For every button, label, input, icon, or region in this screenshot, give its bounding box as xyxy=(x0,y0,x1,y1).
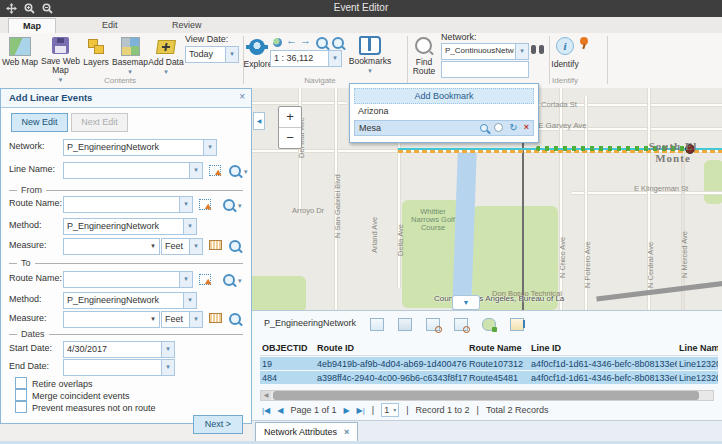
merge-coincident-option[interactable]: Merge coincident events xyxy=(15,389,130,401)
web-map-icon[interactable] xyxy=(9,37,31,58)
first-page-icon[interactable]: |◀ xyxy=(262,406,270,415)
dropdown-caret-icon[interactable]: ▾ xyxy=(203,140,216,155)
zoom-to-line-icon[interactable] xyxy=(229,165,241,179)
map-scale-input[interactable]: 1 : 36,112 ▾ xyxy=(270,50,342,67)
to-unit-select[interactable]: Feet ▾ xyxy=(161,311,203,328)
table-row[interactable]: 19 4eb9419b-af9b-4d04-ab69-1d400476802b … xyxy=(260,357,718,370)
basemap-icon[interactable] xyxy=(121,37,140,58)
add-data-caret-icon[interactable]: ▾ xyxy=(142,68,190,75)
column-header[interactable]: Route ID xyxy=(315,343,467,353)
page-number-select[interactable]: 1 ▾ xyxy=(381,403,399,417)
new-edit-button[interactable]: New Edit xyxy=(11,113,68,132)
next-extent-icon[interactable]: → xyxy=(300,34,311,46)
sort-icon[interactable] xyxy=(510,318,524,333)
zoom-options-caret-icon[interactable]: ▾ xyxy=(244,168,248,175)
bookmark-refresh-icon[interactable]: ↻ xyxy=(509,122,517,133)
zoom-to-measure-icon[interactable] xyxy=(229,313,241,327)
tab-review[interactable]: Review xyxy=(158,18,216,32)
retire-overlaps-option[interactable]: Retire overlaps xyxy=(15,377,93,389)
from-measure-field[interactable]: ▾ xyxy=(63,238,160,255)
column-header[interactable]: OBJECTID xyxy=(260,343,315,353)
bookmark-zoom-icon[interactable] xyxy=(480,124,488,132)
scrollbar-thumb[interactable] xyxy=(273,391,699,400)
dropdown-caret-icon[interactable]: ▾ xyxy=(161,342,174,357)
next-button[interactable]: Next > xyxy=(193,415,243,434)
network-select[interactable]: P_ContinuousNetwork ▾ xyxy=(441,43,529,60)
scroll-left-icon[interactable]: ◀ xyxy=(261,391,271,400)
to-route-name-field[interactable]: ▾ xyxy=(63,271,193,288)
measure-ruler-icon[interactable] xyxy=(209,240,222,252)
table-row[interactable]: 484 a398ff4c-2940-4c00-96b6-c6343f8f1711… xyxy=(260,371,718,384)
add-bookmark-button[interactable]: Add Bookmark xyxy=(354,88,534,104)
add-data-button[interactable]: Add Data xyxy=(142,58,190,67)
zoom-to-measure-icon[interactable] xyxy=(229,240,241,254)
prevent-measures-checkbox[interactable] xyxy=(15,401,27,413)
map-zoom-in-button[interactable]: + xyxy=(279,107,301,127)
start-date-field[interactable]: 4/30/2017 ▾ xyxy=(63,341,175,358)
panel-close-icon[interactable]: × xyxy=(239,91,245,102)
dropdown-caret-icon[interactable]: ▾ xyxy=(225,47,238,62)
layers-icon[interactable] xyxy=(88,39,104,56)
tab-map[interactable]: Map xyxy=(8,18,56,34)
previous-page-icon[interactable]: ◀ xyxy=(277,406,283,415)
dropdown-caret-icon[interactable]: ▾ xyxy=(147,239,159,254)
horizontal-scrollbar[interactable]: ◀ xyxy=(260,390,714,401)
column-header[interactable]: Line ID xyxy=(529,343,677,353)
zoom-out-tool-icon[interactable] xyxy=(332,37,344,51)
zoom-to-route-icon[interactable] xyxy=(223,274,235,288)
pan-to-selection-icon[interactable] xyxy=(454,318,468,333)
select-route-on-map-icon[interactable] xyxy=(199,274,211,287)
find-route-icon[interactable] xyxy=(415,37,432,56)
map-zoom-out-button[interactable]: − xyxy=(279,127,301,148)
zoom-to-route-icon[interactable] xyxy=(223,199,235,213)
last-page-icon[interactable]: ▶| xyxy=(357,406,365,415)
binoculars-icon[interactable] xyxy=(531,45,544,56)
from-route-name-field[interactable]: ▾ xyxy=(63,196,193,213)
tab-edit[interactable]: Edit xyxy=(88,18,132,32)
dropdown-caret-icon[interactable]: ▾ xyxy=(189,239,202,254)
explore-icon[interactable] xyxy=(249,39,265,57)
retire-overlaps-checkbox[interactable] xyxy=(15,377,27,389)
select-route-on-map-icon[interactable] xyxy=(199,199,211,212)
column-header[interactable]: Line Name xyxy=(677,343,718,353)
column-header[interactable]: Route Name xyxy=(467,343,529,353)
dropdown-caret-icon[interactable]: ▾ xyxy=(179,197,192,212)
globe-icon[interactable] xyxy=(273,38,282,49)
dropdown-caret-icon[interactable]: ▾ xyxy=(183,219,196,234)
save-web-map-icon[interactable] xyxy=(52,37,69,56)
bookmark-item-arizona[interactable]: Arizona xyxy=(354,105,534,118)
previous-extent-icon[interactable]: ← xyxy=(286,34,297,46)
find-route-button[interactable]: Find Route xyxy=(404,58,444,76)
add-data-icon[interactable] xyxy=(157,40,175,56)
network-field[interactable]: P_EngineeringNetwork ▾ xyxy=(63,139,217,156)
to-method-field[interactable]: P_EngineeringNetwork ▾ xyxy=(63,292,197,309)
dropdown-caret-icon[interactable]: ▾ xyxy=(328,51,341,66)
web-map-button[interactable]: Web Map xyxy=(0,58,40,67)
view-date-select[interactable]: Today ▾ xyxy=(185,46,239,63)
select-line-on-map-icon[interactable] xyxy=(209,165,221,178)
dropdown-caret-icon[interactable]: ▾ xyxy=(179,272,192,287)
measure-ruler-icon[interactable] xyxy=(209,313,222,325)
bookmark-delete-icon[interactable]: × xyxy=(524,122,529,133)
layer-tab-label[interactable]: P_EngineeringNetwork xyxy=(264,318,356,328)
show-selected-records-icon[interactable] xyxy=(370,318,384,333)
tab-network-attributes[interactable]: Network Attributes× xyxy=(255,422,358,442)
pushpin-icon[interactable] xyxy=(580,37,588,47)
from-unit-select[interactable]: Feet ▾ xyxy=(161,238,203,255)
table-view-icon[interactable] xyxy=(398,318,412,333)
to-measure-field[interactable]: ▾ xyxy=(63,311,160,328)
tab-close-icon[interactable]: × xyxy=(344,427,349,437)
identify-icon[interactable]: i xyxy=(556,37,574,55)
end-date-field[interactable]: ▾ xyxy=(63,359,175,376)
dropdown-caret-icon[interactable]: ▾ xyxy=(183,293,196,308)
dropdown-caret-icon[interactable]: ▾ xyxy=(515,44,528,59)
next-edit-button[interactable]: Next Edit xyxy=(71,113,128,132)
dropdown-caret-icon[interactable]: ▾ xyxy=(147,312,159,327)
bookmarks-icon[interactable] xyxy=(359,36,381,57)
dropdown-caret-icon[interactable]: ▾ xyxy=(189,312,202,327)
prevent-measures-option[interactable]: Prevent measures not on route xyxy=(15,401,156,413)
identify-button[interactable]: Identify xyxy=(545,60,585,69)
dropdown-caret-icon[interactable]: ▾ xyxy=(161,360,174,375)
zoom-to-selection-icon[interactable] xyxy=(426,318,440,333)
from-method-field[interactable]: P_EngineeringNetwork ▾ xyxy=(63,218,197,235)
